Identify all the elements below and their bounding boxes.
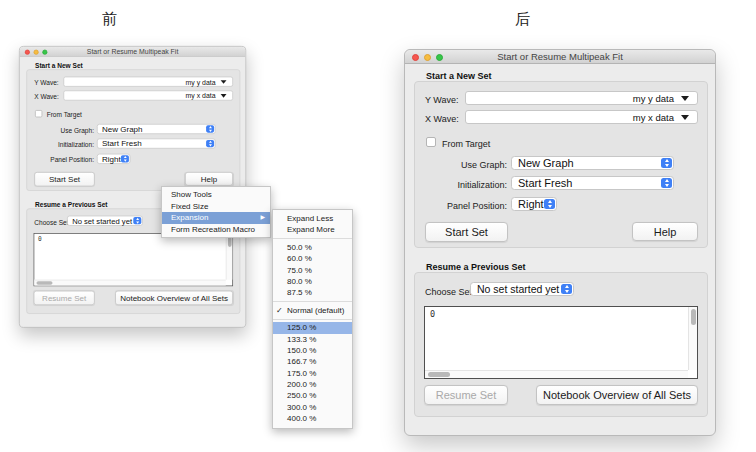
horizontal-scroll-thumb[interactable] [36,281,52,285]
y-wave-popup[interactable]: my y data [465,91,698,105]
stepper-icon [133,217,141,224]
stepper-icon [661,158,672,168]
panel-position-popup[interactable]: Right [511,197,557,211]
x-wave-popup[interactable]: my x data [465,110,698,124]
horizontal-scrollbar[interactable] [425,370,688,378]
y-wave-value: my y data [633,93,674,104]
x-wave-label: X Wave: [34,93,59,100]
submenu-item-80[interactable]: 80.0 % [273,276,352,287]
x-wave-label: X Wave: [425,114,459,124]
initialization-popup[interactable]: Start Fresh [97,138,216,148]
stepper-icon [206,125,214,132]
stepper-icon [561,284,572,294]
menu-item-expansion[interactable]: Expansion ▶ [162,212,270,224]
help-button[interactable]: Help [185,172,233,186]
use-graph-label: Use Graph: [405,160,507,170]
panel-position-popup[interactable]: Right [97,154,130,164]
use-graph-popup[interactable]: New Graph [97,124,216,134]
multipeak-fit-window: Start or Resume Multipeak Fit Start a Ne… [404,49,716,436]
resume-set-button[interactable]: Resume Set [424,385,508,405]
initialization-label: Initialization: [20,141,94,148]
use-graph-popup[interactable]: New Graph [511,156,674,170]
panel-position-label: Panel Position: [405,201,507,211]
x-wave-popup[interactable]: my x data [63,90,233,100]
x-wave-value: my x data [186,92,216,100]
window-title: Start or Resume Multipeak Fit [20,47,246,57]
window-titlebar[interactable]: Start or Resume Multipeak Fit [405,50,715,64]
notebook-overview-button[interactable]: Notebook Overview of All Sets [536,385,698,405]
from-target-checkbox[interactable] [426,137,436,147]
submenu-item-expand-less[interactable]: Expand Less [273,213,352,224]
vertical-scrollbar[interactable] [226,234,233,280]
submenu-arrow-icon: ▶ [260,212,265,224]
submenu-item-400[interactable]: 400.0 % [273,413,352,424]
menu-separator [273,301,352,302]
dropdown-triangle-icon [681,96,689,101]
menu-item-show-tools[interactable]: Show Tools [162,189,270,201]
panel-position-label: Panel Position: [20,157,94,164]
start-set-button[interactable]: Start Set [425,222,508,242]
resume-section-title: Resume a Previous Set [35,201,107,208]
submenu-item-50[interactable]: 50.0 % [273,242,352,253]
submenu-item-200[interactable]: 200.0 % [273,379,352,390]
set-list-item[interactable]: 0 [430,309,435,319]
vertical-scroll-thumb[interactable] [691,309,696,325]
after-caption: 后 [515,10,530,29]
set-list-box[interactable]: 0 [424,306,698,379]
submenu-item-expand-more[interactable]: Expand More [273,224,352,235]
window-title: Start or Resume Multipeak Fit [405,50,715,64]
submenu-item-75[interactable]: 75.0 % [273,265,352,276]
initialization-label: Initialization: [405,180,507,190]
expansion-submenu: Expand Less Expand More 50.0 % 60.0 % 75… [272,209,353,429]
stepper-icon [544,199,555,209]
menu-separator [273,319,352,320]
menu-item-fixed-size[interactable]: Fixed Size [162,201,270,213]
resume-set-button[interactable]: Resume Set [34,291,95,306]
submenu-item-60[interactable]: 60.0 % [273,253,352,264]
start-section-title: Start a New Set [426,71,492,81]
submenu-item-87[interactable]: 87.5 % [273,287,352,298]
dropdown-triangle-icon [221,80,227,84]
y-wave-popup[interactable]: my y data [63,77,233,87]
from-target-checkbox[interactable] [35,110,42,117]
checkmark-icon: ✓ [276,305,283,316]
window-titlebar[interactable]: Start or Resume Multipeak Fit [20,47,246,57]
help-button[interactable]: Help [632,222,698,241]
choose-set-popup[interactable]: No set started yet [67,216,143,226]
set-list-item[interactable]: 0 [38,235,42,242]
initialization-popup[interactable]: Start Fresh [511,176,674,190]
submenu-item-250[interactable]: 250.0 % [273,390,352,401]
submenu-item-150[interactable]: 150.0 % [273,345,352,356]
from-target-label: From Target [47,112,82,119]
menu-separator [273,238,352,239]
stepper-icon [121,155,129,162]
submenu-item-normal[interactable]: ✓ Normal (default) [273,305,352,316]
start-section-title: Start a New Set [35,62,83,69]
notebook-overview-button[interactable]: Notebook Overview of All Sets [115,291,233,306]
submenu-item-166[interactable]: 166.7 % [273,356,352,367]
use-graph-label: Use Graph: [20,127,94,134]
horizontal-scrollbar[interactable] [34,280,225,286]
horizontal-scroll-thumb[interactable] [428,372,450,377]
submenu-item-125[interactable]: 125.0 % [273,322,352,333]
submenu-item-133[interactable]: 133.3 % [273,334,352,345]
menu-item-form-recreation-macro[interactable]: Form Recreation Macro [162,224,270,236]
choose-set-popup[interactable]: No set started yet [470,282,574,296]
set-list-box[interactable]: 0 [34,233,233,286]
dialog-after: Start or Resume Multipeak Fit Start a Ne… [404,49,716,436]
from-target-label: From Target [442,139,490,149]
y-wave-label: Y Wave: [425,95,459,105]
submenu-item-175[interactable]: 175.0 % [273,368,352,379]
choose-set-label: Choose Set: [34,219,70,226]
vertical-scrollbar[interactable] [688,307,697,370]
submenu-item-300[interactable]: 300.0 % [273,402,352,413]
stepper-icon [661,178,672,188]
start-set-button[interactable]: Start Set [34,172,94,187]
stepper-icon [206,140,214,147]
screenshot-canvas: 前 后 Start or Resume Multipeak Fit Start … [0,0,756,452]
choose-set-label: Choose Set: [425,287,475,297]
x-wave-value: my x data [633,112,674,123]
before-caption: 前 [102,10,117,29]
y-wave-label: Y Wave: [34,79,58,86]
resume-section-title: Resume a Previous Set [426,262,526,272]
